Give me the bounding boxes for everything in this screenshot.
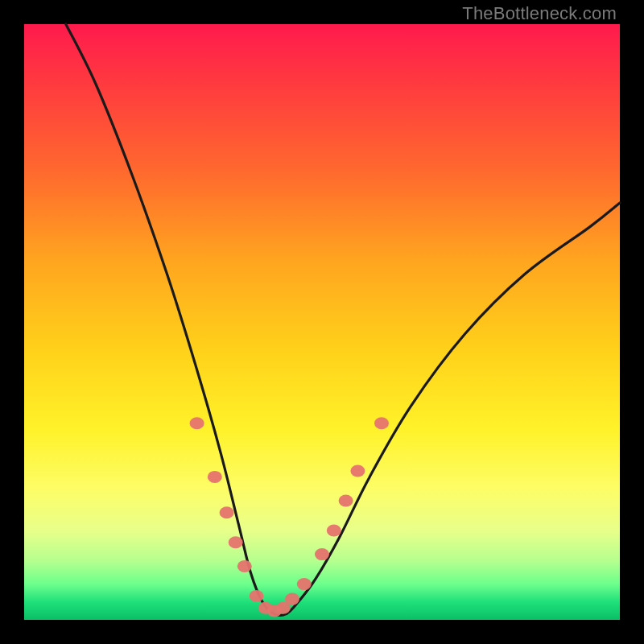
- curve-marker: [285, 593, 299, 605]
- curve-marker: [237, 560, 252, 572]
- curve-marker: [220, 506, 234, 518]
- curve-marker: [339, 495, 353, 507]
- bottleneck-curve-svg: [24, 24, 620, 620]
- curve-marker: [350, 465, 365, 477]
- curve-marker: [297, 578, 312, 590]
- curve-marker: [327, 525, 341, 537]
- bottleneck-curve: [66, 24, 620, 616]
- curve-marker: [374, 417, 389, 429]
- curve-marker: [315, 548, 329, 560]
- curve-marker: [229, 536, 243, 548]
- curve-marker: [190, 417, 204, 429]
- watermark-text: TheBottleneck.com: [462, 3, 617, 24]
- curve-marker: [250, 590, 264, 602]
- curve-marker: [208, 471, 222, 483]
- chart-frame: TheBottleneck.com: [0, 0, 644, 644]
- plot-area: [24, 24, 620, 620]
